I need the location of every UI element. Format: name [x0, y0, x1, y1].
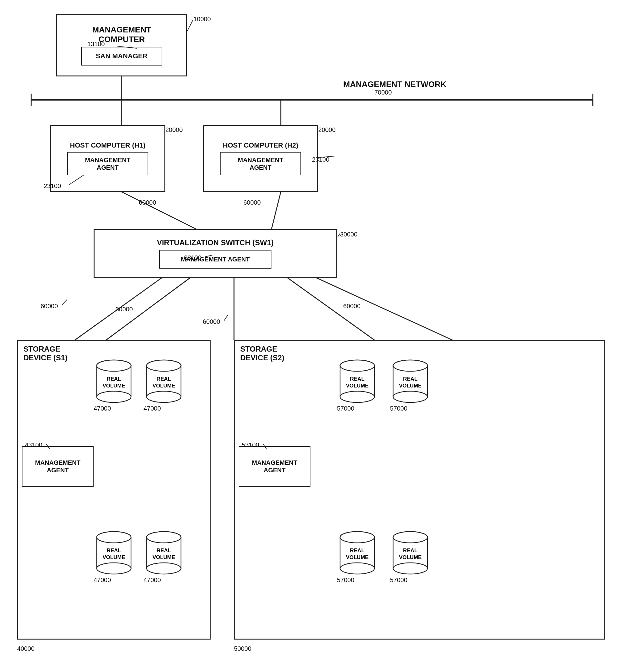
svg-text:VOLUME: VOLUME [346, 383, 369, 389]
ref-70000: 70000 [374, 89, 392, 96]
svg-point-46 [393, 391, 428, 403]
ref-h2-20000: 20000 [318, 126, 336, 134]
host-h1-box: HOST COMPUTER (H1) MANAGEMENT AGENT [50, 125, 165, 192]
host-h2-box: HOST COMPUTER (H2) MANAGEMENT AGENT [203, 125, 318, 192]
san-manager-box: SAN MANAGER [81, 47, 162, 66]
svg-line-6 [122, 192, 197, 229]
svg-point-53 [340, 532, 374, 543]
ref-30000: 30000 [340, 231, 358, 238]
svg-point-17 [97, 360, 131, 371]
svg-point-35 [147, 532, 181, 543]
svg-text:REAL: REAL [350, 376, 364, 382]
svg-point-59 [393, 532, 428, 543]
svg-point-16 [97, 391, 131, 403]
storage-s2-label: STORAGE DEVICE (S2) [240, 345, 284, 362]
host-h1-label: HOST COMPUTER (H1) [70, 141, 145, 149]
virt-switch-label: VIRTUALIZATION SWITCH (SW1) [157, 238, 274, 247]
ref-s2v2-57000: 57000 [390, 405, 408, 412]
ref-60000-ml: 60000 [116, 306, 133, 313]
ref-60000-mr: 60000 [343, 303, 361, 310]
ref-13100: 13100 [87, 41, 105, 48]
ref-60000-h1: 60000 [139, 199, 156, 206]
svg-line-12 [306, 273, 453, 340]
svg-point-58 [393, 563, 428, 574]
s1-volume-1: REAL VOLUME [94, 359, 134, 404]
s2-volume-3: REAL VOLUME [337, 530, 378, 576]
s2-volume-1: REAL VOLUME [337, 359, 378, 404]
ref-43100: 43100 [25, 441, 43, 449]
ref-s2v4-57000: 57000 [390, 577, 408, 584]
svg-text:VOLUME: VOLUME [152, 554, 175, 560]
svg-text:VOLUME: VOLUME [399, 554, 422, 560]
svg-point-29 [97, 532, 131, 543]
ref-h1-23100: 23100 [44, 183, 61, 190]
svg-point-52 [340, 563, 374, 574]
svg-point-47 [393, 360, 428, 371]
diagram: MANAGEMENT COMPUTER SAN MANAGER 10000 13… [0, 0, 629, 672]
s2-agent-box: MANAGEMENT AGENT [239, 446, 310, 487]
ref-10000: 10000 [193, 16, 211, 23]
svg-point-28 [97, 563, 131, 574]
svg-point-34 [147, 563, 181, 574]
virt-switch-box: VIRTUALIZATION SWITCH (SW1) MANAGEMENT A… [94, 229, 337, 278]
ref-60000-center: 60000 [203, 318, 220, 326]
svg-text:VOLUME: VOLUME [103, 554, 125, 560]
san-manager-label: SAN MANAGER [96, 52, 148, 60]
svg-text:REAL: REAL [156, 376, 171, 382]
svg-point-22 [147, 391, 181, 403]
ref-60000-left: 60000 [41, 303, 58, 310]
s2-volume-2: REAL VOLUME [390, 359, 431, 404]
ref-s2v1-57000: 57000 [337, 405, 355, 412]
s1-volume-3: REAL VOLUME [94, 530, 134, 576]
svg-text:REAL: REAL [156, 548, 171, 553]
svg-text:VOLUME: VOLUME [152, 383, 175, 389]
svg-line-7 [271, 192, 281, 229]
svg-line-70 [62, 299, 67, 305]
svg-line-67 [338, 233, 340, 237]
ref-40000: 40000 [17, 645, 34, 652]
ref-60000-h2: 60000 [243, 199, 261, 206]
svg-line-71 [224, 315, 228, 321]
host-h1-agent-label: MANAGEMENT AGENT [85, 156, 130, 171]
ref-s1v3-47000: 47000 [94, 577, 111, 584]
svg-point-41 [340, 360, 374, 371]
svg-text:REAL: REAL [350, 548, 364, 553]
host-h2-label: HOST COMPUTER (H2) [223, 141, 298, 149]
ref-s1v2-47000: 47000 [144, 405, 161, 412]
svg-text:VOLUME: VOLUME [399, 383, 422, 389]
ref-s2v3-57000: 57000 [337, 577, 355, 584]
host-h2-agent-box: MANAGEMENT AGENT [220, 152, 301, 175]
management-network-label: MANAGEMENT NETWORK [343, 79, 446, 89]
svg-point-40 [340, 391, 374, 403]
s1-volume-2: REAL VOLUME [144, 359, 184, 404]
svg-line-62 [187, 20, 193, 31]
host-h2-agent-label: MANAGEMENT AGENT [238, 156, 283, 171]
svg-text:REAL: REAL [403, 376, 417, 382]
ref-53100: 53100 [242, 441, 259, 449]
svg-text:REAL: REAL [107, 376, 121, 382]
storage-s1-label: STORAGE DEVICE (S1) [23, 345, 67, 362]
svg-text:VOLUME: VOLUME [103, 383, 125, 389]
ref-h1-20000: 20000 [165, 126, 183, 134]
virt-switch-agent-box: MANAGEMENT AGENT [159, 250, 271, 269]
ref-33100: 33100 [184, 254, 201, 261]
ref-s1v1-47000: 47000 [94, 405, 111, 412]
s1-agent-label: MANAGEMENT AGENT [35, 459, 80, 474]
svg-text:REAL: REAL [107, 548, 121, 553]
host-h1-agent-box: MANAGEMENT AGENT [67, 152, 148, 175]
s1-volume-4: REAL VOLUME [144, 530, 184, 576]
management-computer-box: MANAGEMENT COMPUTER SAN MANAGER [56, 14, 187, 76]
s2-agent-label: MANAGEMENT AGENT [252, 459, 297, 474]
svg-text:REAL: REAL [403, 548, 417, 553]
ref-50000: 50000 [234, 645, 251, 652]
svg-text:VOLUME: VOLUME [346, 554, 369, 560]
s2-volume-4: REAL VOLUME [390, 530, 431, 576]
ref-h2-23100: 23100 [312, 156, 330, 163]
s1-agent-box: MANAGEMENT AGENT [22, 446, 94, 487]
svg-point-23 [147, 360, 181, 371]
ref-s1v4-47000: 47000 [144, 577, 161, 584]
